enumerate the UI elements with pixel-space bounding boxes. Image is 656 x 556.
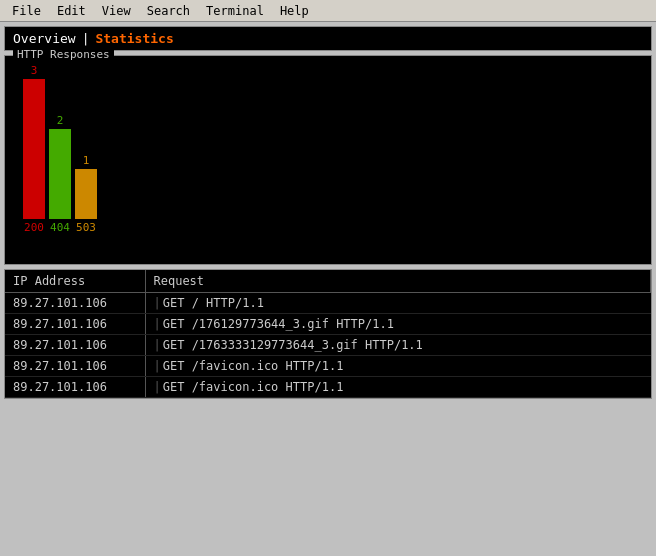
col-header-request: Request [145,270,651,293]
bar-503 [75,169,97,219]
bar-200 [23,79,45,219]
bar-group-200: 3 200 [23,64,45,234]
bar-404 [49,129,71,219]
chart-area: 3 200 2 404 1 503 [13,64,643,234]
cell-ip-4: 89.27.101.106 [5,377,145,398]
table-row: 89.27.101.106|GET / HTTP/1.1 [5,293,651,314]
cell-ip-0: 89.27.101.106 [5,293,145,314]
bar-group-503: 1 503 [75,154,97,234]
menu-edit[interactable]: Edit [49,2,94,20]
main-content: Overview | Statistics HTTP Responses 3 2… [0,22,656,403]
bar-label-503: 503 [76,221,96,234]
bar-label-404: 404 [50,221,70,234]
tab-separator: | [82,31,90,46]
table-row: 89.27.101.106|GET /1763333129773644_3.gi… [5,335,651,356]
table-row: 89.27.101.106|GET /favicon.ico HTTP/1.1 [5,377,651,398]
bar-count-200: 3 [31,64,38,77]
cell-ip-1: 89.27.101.106 [5,314,145,335]
table-panel: IP Address Request 89.27.101.106|GET / H… [4,269,652,399]
tab-overview[interactable]: Overview [13,31,76,46]
cell-ip-2: 89.27.101.106 [5,335,145,356]
menu-terminal[interactable]: Terminal [198,2,272,20]
table-header-row: IP Address Request [5,270,651,293]
menu-search[interactable]: Search [139,2,198,20]
requests-table: IP Address Request 89.27.101.106|GET / H… [5,270,651,398]
menu-view[interactable]: View [94,2,139,20]
tab-statistics[interactable]: Statistics [95,31,173,46]
cell-request-0: |GET / HTTP/1.1 [145,293,651,314]
cell-request-3: |GET /favicon.ico HTTP/1.1 [145,356,651,377]
bar-count-503: 1 [83,154,90,167]
menubar: File Edit View Search Terminal Help [0,0,656,22]
bar-count-404: 2 [57,114,64,127]
cell-request-4: |GET /favicon.ico HTTP/1.1 [145,377,651,398]
http-responses-panel: HTTP Responses 3 200 2 404 1 503 [4,55,652,265]
cell-ip-3: 89.27.101.106 [5,356,145,377]
col-header-ip: IP Address [5,270,145,293]
cell-request-1: |GET /176129773644_3.gif HTTP/1.1 [145,314,651,335]
menu-file[interactable]: File [4,2,49,20]
table-row: 89.27.101.106|GET /favicon.ico HTTP/1.1 [5,356,651,377]
menu-help[interactable]: Help [272,2,317,20]
table-row: 89.27.101.106|GET /176129773644_3.gif HT… [5,314,651,335]
panel-legend: HTTP Responses [13,48,114,61]
cell-request-2: |GET /1763333129773644_3.gif HTTP/1.1 [145,335,651,356]
bar-label-200: 200 [24,221,44,234]
bar-group-404: 2 404 [49,114,71,234]
